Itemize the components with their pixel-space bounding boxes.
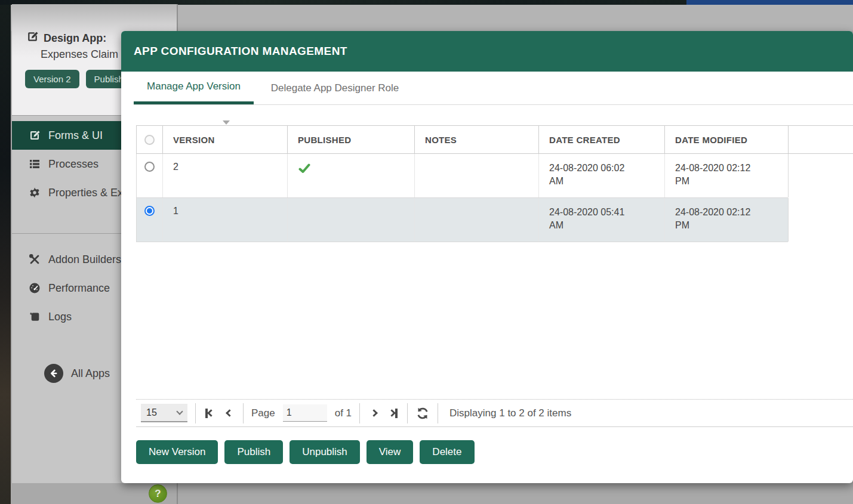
column-header-date-modified[interactable]: DATE MODIFIED <box>665 126 789 153</box>
dialog-header: APP CONFIGURATION MANAGEMENT <box>121 31 853 72</box>
row-radio-cell[interactable] <box>137 154 163 197</box>
radio-header-icon <box>144 135 155 145</box>
all-apps-label: All Apps <box>71 367 110 380</box>
help-button[interactable]: ? <box>149 484 167 503</box>
page-size-value: 15 <box>146 407 173 418</box>
last-page-button[interactable] <box>387 409 399 418</box>
tabs-divider <box>134 104 853 105</box>
cell-published <box>288 198 415 242</box>
table-row-version-1[interactable]: 1 24-08-2020 05:41 AM 24-08-2020 02:12 P… <box>137 198 788 242</box>
table-row-version-2[interactable]: 2 24-08-2020 06:02 AM 24-08-2020 02:12 P… <box>137 154 788 198</box>
sidebar-item-all-apps[interactable]: All Apps <box>44 364 110 383</box>
select-all-cell <box>137 126 163 153</box>
pencil-square-icon <box>26 30 39 46</box>
refresh-button[interactable] <box>415 406 430 420</box>
cell-date-modified: 24-08-2020 02:12 PM <box>665 154 789 197</box>
sidebar-item-label: Properties & Ex <box>48 187 123 199</box>
design-app-label: Design App: <box>44 32 106 45</box>
cell-notes <box>415 154 539 197</box>
page-count-label: of 1 <box>335 407 352 419</box>
background-photo-edge <box>0 5 11 504</box>
cell-published <box>288 154 415 197</box>
version-badges: Version 2 Publish <box>25 70 132 88</box>
dimmed-page-area <box>11 483 853 504</box>
page-label: Page <box>251 407 275 419</box>
delete-button[interactable]: Delete <box>420 440 474 464</box>
sidebar-item-label: Forms & UI <box>48 129 103 142</box>
new-version-button[interactable]: New Version <box>136 440 218 464</box>
check-icon <box>298 162 311 175</box>
gear-icon <box>28 186 41 199</box>
sidebar-item-label: Addon Builders <box>48 253 121 266</box>
version-table-header: VERSION PUBLISHED NOTES DATE CREATED DAT… <box>136 125 853 154</box>
row-radio-cell[interactable] <box>137 198 163 242</box>
sidebar-edge-line <box>177 483 178 504</box>
cell-version: 1 <box>163 198 288 242</box>
dialog-actions: New Version Publish Unpublish View Delet… <box>136 440 475 464</box>
sidebar-item-label: Processes <box>48 158 98 171</box>
scroll-icon <box>28 310 41 323</box>
tab-manage-app-version[interactable]: Manage App Version <box>134 72 254 104</box>
cell-notes <box>415 198 539 242</box>
publish-button[interactable]: Publish <box>224 440 283 464</box>
pager-divider <box>407 403 408 423</box>
cell-date-modified: 24-08-2020 02:12 PM <box>665 198 789 242</box>
sidebar-item-label: Performance <box>48 282 110 295</box>
next-page-button[interactable] <box>368 410 380 416</box>
screen: Design App: Expenses Claim Version 2 Pub… <box>0 0 853 504</box>
list-icon <box>28 157 41 171</box>
prev-page-button[interactable] <box>223 410 235 416</box>
pager-divider <box>359 403 360 423</box>
version-badge[interactable]: Version 2 <box>25 70 79 88</box>
column-header-version[interactable]: VERSION <box>163 126 288 153</box>
page-number-input[interactable] <box>283 404 327 422</box>
tools-icon <box>28 253 41 266</box>
dialog-title: APP CONFIGURATION MANAGEMENT <box>134 31 347 72</box>
pager-status: Displaying 1 to 2 of 2 items <box>449 407 571 419</box>
version-table-body: 2 24-08-2020 06:02 AM 24-08-2020 02:12 P… <box>136 154 788 242</box>
column-header-spare <box>789 126 853 153</box>
dialog-tabs: Manage App Version Delegate App Designer… <box>134 72 416 104</box>
cell-date-created: 24-08-2020 06:02 AM <box>539 154 665 197</box>
column-header-published[interactable]: PUBLISHED <box>288 126 415 153</box>
tab-delegate-app-designer-role[interactable]: Delegate App Designer Role <box>254 72 416 104</box>
sidebar-item-label: Logs <box>48 311 72 323</box>
sort-desc-icon[interactable] <box>223 120 230 125</box>
app-configuration-dialog: APP CONFIGURATION MANAGEMENT Manage App … <box>121 31 853 483</box>
column-header-notes[interactable]: NOTES <box>415 126 539 153</box>
pager-divider <box>195 403 196 423</box>
table-pager: 15 Page of 1 Display <box>136 399 853 427</box>
page-size-select[interactable]: 15 <box>141 404 187 422</box>
cell-version: 2 <box>163 154 288 197</box>
pencil-square-icon <box>28 129 41 142</box>
pager-divider <box>438 403 438 423</box>
refresh-icon <box>415 406 430 420</box>
view-button[interactable]: View <box>367 440 414 464</box>
first-page-button[interactable] <box>204 409 215 418</box>
radio-unchecked-icon[interactable] <box>144 162 155 172</box>
app-name: Expenses Claim <box>41 48 118 61</box>
browser-blue-strip <box>686 0 853 5</box>
speedometer-icon <box>28 282 41 295</box>
chevron-down-icon <box>176 408 183 415</box>
unpublish-button[interactable]: Unpublish <box>290 440 360 464</box>
design-app-title: Design App: <box>26 30 106 46</box>
arrow-left-circle-icon <box>44 364 63 383</box>
cell-date-created: 24-08-2020 05:41 AM <box>539 198 665 242</box>
help-label: ? <box>155 488 161 500</box>
radio-checked-icon[interactable] <box>144 206 155 216</box>
pager-divider <box>243 403 244 423</box>
column-header-date-created[interactable]: DATE CREATED <box>539 126 665 153</box>
